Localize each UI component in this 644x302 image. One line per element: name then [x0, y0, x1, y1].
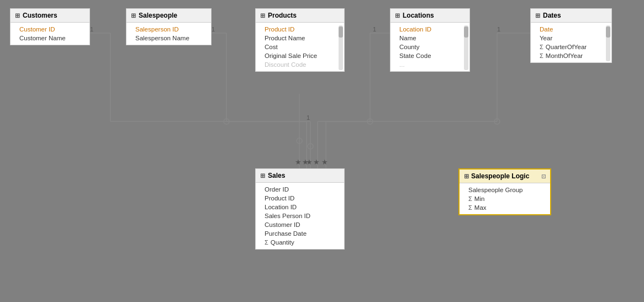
table-row: Original Sale Price	[256, 51, 344, 60]
svg-point-18	[308, 144, 313, 149]
svg-point-32	[494, 119, 500, 124]
svg-text:1: 1	[373, 26, 376, 33]
svg-text:★: ★	[295, 158, 302, 166]
dates-title: Dates	[543, 12, 561, 19]
sales-title: Sales	[268, 172, 285, 179]
table-row: Location ID	[256, 203, 344, 211]
salespeople-logic-title: Salespeople Logic	[471, 172, 529, 180]
table-row: Date	[531, 25, 611, 34]
table-row: Cost	[256, 43, 344, 51]
table-row: Σ Quantity	[256, 238, 344, 247]
products-body: Product ID Product Name Cost Original Sa…	[256, 23, 344, 71]
svg-text:★: ★	[302, 158, 309, 166]
locations-table: ⊞ Locations Location ID Name County Stat…	[390, 8, 470, 72]
table-row: Location ID	[390, 25, 469, 34]
table-row: Product Name	[256, 34, 344, 43]
table-row: Σ Min	[460, 194, 550, 203]
locations-header: ⊞ Locations	[390, 9, 469, 23]
table-row: ...	[390, 60, 469, 69]
svg-text:1: 1	[497, 26, 500, 33]
table-icon: ⊞	[15, 12, 20, 19]
svg-text:1: 1	[90, 26, 93, 33]
field-label: Min	[474, 195, 485, 202]
sales-body: Order ID Product ID Location ID Sales Pe…	[256, 183, 344, 249]
customers-body: Customer ID Customer Name	[10, 23, 89, 45]
table-row: Product ID	[256, 25, 344, 34]
table-icon: ⊞	[260, 12, 265, 19]
table-row: Year	[531, 34, 611, 43]
table-icon: ⊞	[131, 12, 136, 19]
table-row: County	[390, 43, 469, 51]
locations-body: Location ID Name County State Code ...	[390, 23, 469, 71]
sales-table: ⊞ Sales Order ID Product ID Location ID …	[255, 168, 345, 250]
table-icon: ⊞	[464, 173, 469, 180]
scrollbar[interactable]	[464, 25, 468, 70]
table-row: Customer ID	[256, 220, 344, 229]
table-icon: ⊞	[260, 172, 265, 179]
expand-icon[interactable]: ⊡	[541, 173, 546, 179]
sigma-icon: Σ	[265, 239, 268, 246]
field-label: MonthOfYear	[546, 52, 583, 59]
table-row: Product ID	[256, 194, 344, 203]
sigma-icon: Σ	[468, 195, 472, 202]
sigma-icon: Σ	[540, 44, 543, 50]
svg-text:★: ★	[313, 158, 320, 166]
field-label: Quantity	[271, 239, 294, 246]
dates-body: Date Year Σ QuarterOfYear Σ MonthOfYear	[531, 23, 611, 62]
field-label: QuarterOfYear	[546, 44, 587, 50]
table-row: Salesperson Name	[126, 34, 211, 43]
table-row: Σ Max	[460, 203, 550, 212]
sigma-icon: Σ	[468, 204, 472, 211]
scrollbar[interactable]	[606, 25, 610, 61]
svg-point-25	[367, 119, 373, 124]
table-row: Order ID	[256, 185, 344, 194]
svg-text:★: ★	[306, 158, 313, 166]
field-label: Max	[474, 204, 487, 211]
table-row: State Code	[390, 51, 469, 60]
svg-text:1: 1	[307, 114, 310, 121]
sales-header: ⊞ Sales	[256, 169, 344, 183]
salespeople-header: ⊞ Salespeople	[126, 9, 211, 23]
customers-title: Customers	[23, 12, 57, 19]
products-table: ⊞ Products Product ID Product Name Cost …	[255, 8, 345, 72]
table-row: Salespeople Group	[460, 186, 550, 194]
salespeople-table: ⊞ Salespeople Salesperson ID Salesperson…	[126, 8, 212, 45]
table-row: Customer ID	[10, 25, 89, 34]
dates-header: ⊞ Dates	[531, 9, 611, 23]
table-row: Discount Code	[256, 60, 344, 69]
salespeople-logic-body: Salespeople Group Σ Min Σ Max	[460, 183, 550, 214]
salespeople-body: Salesperson ID Salesperson Name	[126, 23, 211, 45]
table-row: Σ MonthOfYear	[531, 51, 611, 60]
customers-table: ⊞ Customers Customer ID Customer Name	[10, 8, 90, 45]
customers-header: ⊞ Customers	[10, 9, 89, 23]
locations-title: Locations	[403, 12, 434, 19]
table-row: Salesperson ID	[126, 25, 211, 34]
table-row: Sales Person ID	[256, 211, 344, 220]
salespeople-logic-table: ⊞ Salespeople Logic ⊡ Salespeople Group …	[458, 168, 551, 215]
table-row: Name	[390, 34, 469, 43]
dates-table: ⊞ Dates Date Year Σ QuarterOfYear Σ Mont…	[530, 8, 612, 63]
salespeople-logic-header: ⊞ Salespeople Logic ⊡	[460, 169, 550, 183]
salespeople-title: Salespeople	[139, 12, 177, 19]
svg-point-5	[297, 138, 302, 144]
table-icon: ⊞	[535, 12, 540, 19]
svg-point-12	[224, 119, 229, 124]
products-header: ⊞ Products	[256, 9, 344, 23]
scrollbar[interactable]	[339, 25, 343, 70]
products-title: Products	[268, 12, 297, 19]
svg-text:★: ★	[321, 158, 328, 166]
table-icon: ⊞	[395, 12, 400, 19]
table-row: Σ QuarterOfYear	[531, 43, 611, 51]
sigma-icon: Σ	[540, 52, 543, 59]
table-row: Customer Name	[10, 34, 89, 43]
svg-text:1: 1	[212, 26, 215, 33]
table-row: Purchase Date	[256, 229, 344, 238]
